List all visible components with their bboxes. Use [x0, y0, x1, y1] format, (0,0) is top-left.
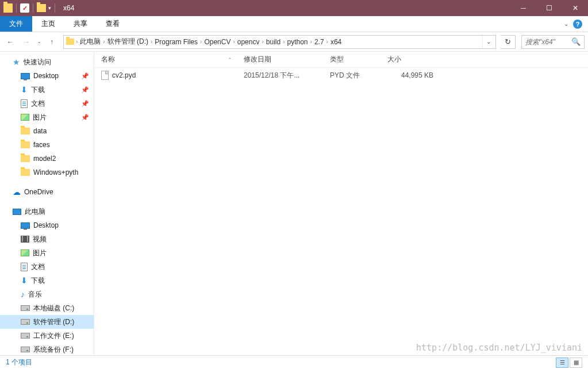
sidebar-drive-f[interactable]: 系统备份 (F:) — [0, 343, 94, 355]
address-dropdown-icon[interactable]: ⌄ — [482, 36, 494, 48]
sidebar-label: model2 — [33, 155, 56, 163]
sidebar-model2[interactable]: model2 — [0, 152, 94, 166]
folder-icon — [21, 141, 30, 148]
drive-icon — [21, 305, 30, 311]
file-row[interactable]: cv2.pyd 2015/12/18 下午... PYD 文件 44,995 K… — [94, 69, 588, 82]
download-icon: ⬇ — [21, 276, 28, 285]
minimize-button[interactable]: ─ — [510, 0, 536, 16]
file-type: PYD 文件 — [330, 71, 387, 80]
column-name[interactable]: 名称⌃ — [101, 55, 244, 64]
up-button[interactable]: ↑ — [45, 35, 59, 49]
sidebar-label: 快速访问 — [24, 57, 51, 67]
tab-file[interactable]: 文件 — [0, 16, 32, 32]
sidebar-drive-e[interactable]: 工作文件 (E:) — [0, 329, 94, 343]
sidebar-data[interactable]: data — [0, 124, 94, 138]
forward-button[interactable]: → — [20, 35, 33, 49]
new-folder-icon[interactable] — [37, 4, 46, 12]
search-box[interactable]: 🔍 — [521, 35, 585, 49]
sidebar-quick-access[interactable]: ★快速访问 — [0, 55, 94, 69]
column-type[interactable]: 类型 — [330, 55, 387, 64]
sidebar-label: 下载 — [31, 276, 45, 286]
recent-locations-icon[interactable]: ⌄ — [36, 39, 43, 44]
sidebar-label: Windows+pyth — [33, 168, 78, 176]
sidebar-label: 本地磁盘 (C:) — [33, 303, 74, 313]
tab-share[interactable]: 共享 — [64, 16, 97, 32]
sidebar-pc-desktop[interactable]: Desktop — [0, 218, 94, 232]
help-icon[interactable]: ? — [573, 20, 582, 29]
sidebar-onedrive[interactable]: ☁OneDrive — [0, 185, 94, 199]
sidebar-pictures[interactable]: 图片📌 — [0, 110, 94, 124]
file-name: cv2.pyd — [112, 71, 136, 79]
sidebar-pc-videos[interactable]: 视频 — [0, 232, 94, 246]
address-bar[interactable]: › 此电脑 › 软件管理 (D:) › Program Files › Open… — [63, 35, 496, 49]
pin-icon: 📌 — [81, 100, 89, 107]
item-count: 1 个项目 — [6, 358, 32, 367]
folder-icon — [21, 155, 30, 162]
pin-icon: 📌 — [81, 72, 89, 80]
sort-caret-icon: ⌃ — [228, 57, 232, 63]
status-bar: 1 个项目 ☰ ▦ — [0, 355, 588, 369]
sidebar-pc-music[interactable]: ♪音乐 — [0, 287, 94, 301]
sidebar-label: 文档 — [31, 99, 45, 109]
crumb-drive-d[interactable]: 软件管理 (D:) — [106, 36, 150, 48]
column-date[interactable]: 修改日期 — [244, 55, 330, 64]
sidebar-pc-pictures[interactable]: 图片 — [0, 246, 94, 260]
sidebar-label: OneDrive — [24, 188, 53, 196]
sidebar-pc-documents[interactable]: 文档 — [0, 260, 94, 274]
title-bar: ✓ ▾ x64 ─ ☐ ✕ — [0, 0, 588, 16]
back-button[interactable]: ← — [3, 35, 17, 49]
sidebar-label: 此电脑 — [25, 207, 45, 217]
qat-customize-icon[interactable]: ▾ — [48, 5, 51, 11]
drive-icon — [21, 319, 30, 325]
app-folder-icon[interactable] — [3, 3, 13, 13]
sidebar-drive-d[interactable]: 软件管理 (D:) — [0, 315, 94, 329]
window-title: x64 — [63, 4, 74, 12]
crumb-27[interactable]: 2.7 — [313, 36, 326, 48]
ribbon-collapse-icon[interactable]: ⌄ — [564, 21, 568, 27]
sidebar-faces[interactable]: faces — [0, 138, 94, 152]
crumb-opencv[interactable]: OpenCV — [202, 36, 232, 48]
sidebar-documents[interactable]: 文档📌 — [0, 97, 94, 110]
sidebar-downloads[interactable]: ⬇下载📌 — [0, 83, 94, 97]
crumb-opencv-sub[interactable]: opencv — [236, 36, 262, 48]
crumb-python[interactable]: python — [286, 36, 310, 48]
properties-icon[interactable]: ✓ — [20, 3, 29, 13]
sidebar-this-pc[interactable]: 此电脑 — [0, 205, 94, 218]
sidebar-desktop[interactable]: Desktop📌 — [0, 69, 94, 83]
star-icon: ★ — [13, 57, 20, 67]
quick-access-toolbar: ✓ ▾ — [0, 3, 57, 13]
file-icon — [101, 71, 109, 80]
close-button[interactable]: ✕ — [562, 0, 588, 16]
location-folder-icon[interactable] — [65, 37, 75, 47]
crumb-build[interactable]: build — [264, 36, 282, 48]
crumb-x64[interactable]: x64 — [329, 36, 343, 48]
search-icon[interactable]: 🔍 — [571, 37, 581, 46]
column-size[interactable]: 大小 — [387, 55, 445, 64]
maximize-button[interactable]: ☐ — [536, 0, 562, 16]
pc-icon — [13, 209, 21, 215]
cloud-icon: ☁ — [13, 187, 21, 197]
sidebar-windows-python[interactable]: Windows+pyth — [0, 166, 94, 179]
file-list[interactable]: cv2.pyd 2015/12/18 下午... PYD 文件 44,995 K… — [94, 68, 588, 355]
pin-icon: 📌 — [81, 114, 89, 121]
details-view-button[interactable]: ☰ — [556, 358, 568, 368]
crumb-this-pc[interactable]: 此电脑 — [78, 36, 102, 48]
search-input[interactable] — [525, 38, 571, 46]
sidebar-label: 工作文件 (E:) — [33, 331, 74, 341]
file-date: 2015/12/18 下午... — [244, 71, 330, 80]
desktop-icon — [21, 222, 30, 229]
sidebar-label: 系统备份 (F:) — [33, 345, 74, 355]
icons-view-button[interactable]: ▦ — [570, 358, 582, 368]
tab-view[interactable]: 查看 — [97, 16, 129, 32]
desktop-icon — [21, 73, 30, 79]
picture-icon — [21, 249, 29, 256]
tab-home[interactable]: 主页 — [32, 16, 64, 32]
navigation-bar: ← → ⌄ ↑ › 此电脑 › 软件管理 (D:) › Program File… — [0, 32, 588, 52]
sidebar-drive-c[interactable]: 本地磁盘 (C:) — [0, 301, 94, 315]
crumb-program-files[interactable]: Program Files — [153, 36, 199, 48]
refresh-button[interactable]: ↻ — [501, 35, 516, 49]
sidebar-pc-downloads[interactable]: ⬇下载 — [0, 274, 94, 287]
document-icon — [21, 263, 28, 271]
sidebar-label: faces — [33, 141, 50, 149]
sidebar-label: 图片 — [33, 113, 47, 122]
